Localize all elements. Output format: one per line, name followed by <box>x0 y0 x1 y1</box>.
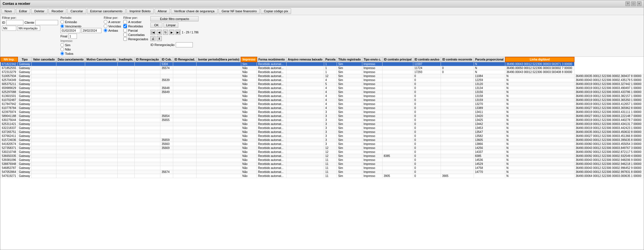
col-parcela-proporcional[interactable]: Parcela proporcional <box>474 57 505 62</box>
table-row[interactable]: 617847942GatewayNãoRecebido automat...4S… <box>1 102 644 106</box>
impresso-nao-radio[interactable] <box>60 47 64 51</box>
exibir-filtro-compacto-button[interactable]: Exibir filtro compacto <box>150 16 199 21</box>
table-row[interactable]: 671852555Gateway35574NãoRecebido automat… <box>1 66 644 70</box>
table-row[interactable]: 610778784GatewayNãoRecebido automat...4S… <box>1 106 644 110</box>
table-row[interactable]: 615724036Gateway35659NãoRecebido automat… <box>1 138 644 142</box>
imprimir-boleto-button[interactable]: Imprimir Boleto <box>126 8 154 14</box>
col-isentar-periodo[interactable]: Isentar período(libera período) <box>197 57 241 62</box>
col-valor-cancelado[interactable]: Valor cancelado <box>32 57 56 62</box>
table-row[interactable]: 605375211GatewayNãoRecebido automat...5S… <box>1 82 644 86</box>
col-id-cob[interactable]: ID Cob. <box>160 57 173 62</box>
refresh-button[interactable]: ↻ <box>163 30 168 35</box>
table-row[interactable]: 637265751GatewayNãoRecebido automat...3S… <box>1 130 644 134</box>
col-id-contrato-recorrente[interactable]: ID contrato recorrente <box>441 57 474 62</box>
table-row[interactable]: 613601501GatewayNãoRecebido automat...4S… <box>1 94 644 98</box>
parcial-checkbox[interactable] <box>123 29 127 32</box>
alterar-button[interactable]: Alterar <box>155 8 170 14</box>
table-row[interactable]: 637662411GatewayNãoRecebido automat...3S… <box>1 134 644 138</box>
table-row[interactable]: 547619271GatewayNãoRecebido automat...11… <box>1 174 644 178</box>
recebidas-checkbox[interactable] <box>123 24 127 28</box>
table-row[interactable]: 671822342Gateway5304SimRecebido automat.… <box>1 62 644 66</box>
table-row[interactable]: 610702487GatewayNãoRecebido automat...4S… <box>1 98 644 102</box>
col-titulo-registrado[interactable]: Título registrado <box>337 57 362 62</box>
last-page-button[interactable]: ▶| <box>175 30 181 35</box>
table-row[interactable]: 659989029Gateway35648NãoRecebido automat… <box>1 86 644 90</box>
table-cell <box>134 138 160 142</box>
editar-button[interactable]: Editar <box>16 8 30 14</box>
help-button[interactable]: ? <box>625 1 630 6</box>
col-tipo-envio[interactable]: Tipo envio c. <box>362 57 383 62</box>
table-cell <box>160 98 173 102</box>
vencidas-radio[interactable] <box>104 24 107 28</box>
table-row[interactable]: 625297088Gateway35649NãoRecebido automat… <box>1 90 644 94</box>
renegociados-checkbox[interactable] <box>123 37 127 41</box>
nn-importacao-input[interactable] <box>17 26 40 31</box>
col-motivo-cancelamento[interactable]: Motivo Cancelamento <box>85 57 118 62</box>
date-from-input[interactable] <box>60 28 80 33</box>
impresso-sim-radio[interactable] <box>60 43 64 47</box>
id-renegociacao-input[interactable] <box>176 42 193 47</box>
col-tipo[interactable]: Tipo <box>18 57 32 62</box>
table-row[interactable]: 625311421GatewayNãoRecebido automat...3S… <box>1 122 644 126</box>
first-page-button[interactable]: |◀ <box>150 30 156 35</box>
next-page-button[interactable]: ▶ <box>169 30 174 35</box>
col-nn-imp[interactable]: NN Imp. <box>1 57 18 62</box>
emissao-radio[interactable] <box>60 20 64 24</box>
table-row[interactable]: 623975974GatewayNãoRecebido automat...3S… <box>1 110 644 114</box>
impresso-todos-radio[interactable] <box>60 52 64 55</box>
table-row[interactable]: 510057934GatewayNãoRecebido automat...12… <box>1 74 644 78</box>
table-row[interactable]: 632218337GatewayNãoRecebido automat...3S… <box>1 126 644 130</box>
table-row[interactable]: 589041188Gateway35654NãoRecebido automat… <box>1 114 644 118</box>
cliente-input[interactable] <box>35 20 58 25</box>
table-row[interactable]: 538876948GatewayNãoRecebido automat...11… <box>1 162 644 166</box>
col-parcela[interactable]: Parcela <box>324 57 337 62</box>
table-row[interactable]: 625704349Gateway35639NãoRecebido automat… <box>1 78 644 82</box>
col-forma-recebimento[interactable]: Forma recebimento <box>257 57 287 62</box>
col-linha-digitavel[interactable]: Linha digitável <box>505 57 575 62</box>
col-inadimplencia[interactable]: Inadimpln. <box>117 57 134 62</box>
canceladas-checkbox[interactable] <box>123 33 127 37</box>
final-input[interactable] <box>68 34 77 39</box>
export-button[interactable]: ⬇ <box>157 36 162 41</box>
table-row[interactable]: 547053964Gateway35674NãoRecebido automat… <box>1 170 644 174</box>
print-button[interactable]: 🖨 <box>150 36 156 41</box>
table-row[interactable]: 527358371Gateway35669NãoRecebido automat… <box>1 146 644 150</box>
table-row[interactable]: 539381096GatewayNãoRecebido automat...11… <box>1 158 644 162</box>
copiar-pix-button[interactable]: Copiar código pix <box>261 8 291 14</box>
table-cell: 625704349 <box>1 78 18 82</box>
table-row[interactable]: 672313279GatewayNãoRecebido automat...1S… <box>1 70 644 74</box>
col-impresso[interactable]: Impresso <box>241 57 257 62</box>
col-id-contrato-principal[interactable]: ID contrato principal <box>383 57 413 62</box>
a-receber-checkbox[interactable] <box>123 20 127 24</box>
minimize-button[interactable]: □ <box>631 1 636 6</box>
col-id-contrato-avulso[interactable]: ID contrato avulso <box>413 57 441 62</box>
vencimento-radio[interactable] <box>60 24 64 28</box>
col-data-cancelamento[interactable]: Data cancelamento <box>56 57 85 62</box>
deletar-button[interactable]: Deletar <box>31 8 47 14</box>
gerar-nf-button[interactable]: Gerar NF base financeiro <box>218 8 260 14</box>
cancelar-button[interactable]: Cancelar <box>67 8 86 14</box>
receber-button[interactable]: Receber <box>48 8 67 14</box>
id-input[interactable] <box>6 20 23 25</box>
ok-button[interactable]: OK <box>150 23 162 28</box>
limpar-button[interactable]: Limpar <box>163 23 178 28</box>
date-to-input[interactable] <box>81 28 101 33</box>
verificar-chave-button[interactable]: Verificar chave de segurança <box>171 8 218 14</box>
col-id-renegociacao[interactable]: ID Renegociação <box>134 57 160 62</box>
col-arquivo-remessa[interactable]: Arquivo remessa baixado <box>286 57 324 62</box>
col-id-renegociado[interactable]: ID Renegociad. <box>173 57 197 62</box>
close-button[interactable]: × <box>637 1 641 6</box>
table-row[interactable]: 530210748GatewayNãoRecebido automat...12… <box>1 150 644 154</box>
novo-button[interactable]: Novo <box>1 8 15 14</box>
table-row[interactable]: 536650335GatewayNãoRecebido automat...12… <box>1 154 644 158</box>
estornar-button[interactable]: Estornar cancelamento <box>87 8 126 14</box>
ambas-radio[interactable] <box>104 29 107 32</box>
table-row[interactable]: 641820574Gateway35660NãoRecebido automat… <box>1 142 644 146</box>
nn-input[interactable] <box>2 26 16 31</box>
prev-page-button[interactable]: ◀ <box>157 30 162 35</box>
table-row[interactable]: 546853787GatewayNãoRecebido automat...11… <box>1 166 644 170</box>
table-row[interactable]: 630275644Gateway35655NãoRecebido automat… <box>1 118 644 122</box>
table-cell <box>117 102 134 106</box>
table-cell <box>383 86 413 90</box>
a-vencer-radio[interactable] <box>104 20 107 24</box>
